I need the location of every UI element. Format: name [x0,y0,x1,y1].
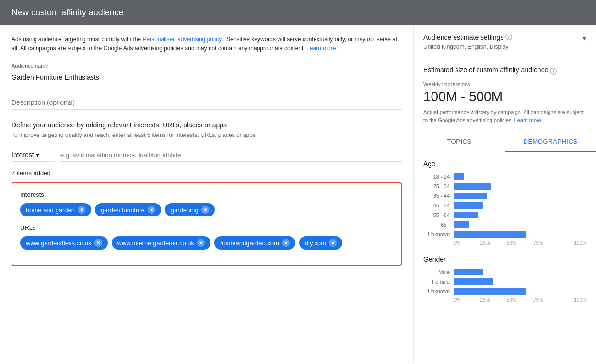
x-tick: 25% [480,240,506,246]
description-input[interactable] [12,96,402,110]
bar-label: 45 - 54 [423,203,450,208]
items-added-label: 7 items added [12,170,402,177]
remove-internetgardener-button[interactable]: ✕ [197,239,205,247]
bar-row-35-44: 35 - 44 [423,193,586,199]
notice-bar: Ads using audience targeting must comply… [12,35,402,53]
tag-label: diy.com [305,239,326,247]
estimated-title: Estimated size of custom affinity audien… [423,66,548,74]
left-panel: Ads using audience targeting must comply… [0,25,414,363]
remove-garden-furniture-button[interactable]: ✕ [148,206,155,214]
interest-row: Interest ▾ [12,148,402,162]
age-x-axis: 0% 25% 50% 75% 100% [454,240,586,246]
interests-label: Interests: [20,191,393,198]
tag-internetgardener: www.internetgardener.co.uk ✕ [112,236,210,250]
remove-homeandgarden-button[interactable]: ✕ [282,239,290,247]
x-tick: 50% [507,297,533,303]
bar-track [454,193,586,199]
settings-chevron-icon[interactable]: ▾ [582,33,586,44]
bar-fill [454,288,526,295]
tag-gardening: gardening ✕ [165,203,215,216]
tag-label: www.garden4less.co.uk [26,239,92,247]
interest-select[interactable]: Interest ▾ [12,148,55,162]
bar-track [454,202,586,209]
audience-name-input[interactable] [12,70,402,84]
interest-select-label: Interest [12,151,34,159]
bar-label: 35 - 44 [423,193,450,199]
header: New custom affinity audience [0,0,596,25]
tag-label: garden furniture [101,206,145,214]
bar-fill [454,269,483,275]
help-icon[interactable]: ⓘ [505,33,512,42]
define-subtitle: To improve targeting quality and reach, … [12,132,402,138]
remove-gardening-button[interactable]: ✕ [201,206,209,214]
urls-label: URLs [20,224,393,231]
audience-settings-sub: United Kingdom, English, Display [423,44,512,50]
bar-row-unknown-age: Unknown [423,231,586,238]
bar-fill [454,193,487,199]
bar-fill [454,183,491,190]
tab-topics[interactable]: TOPICS [414,132,505,152]
x-tick: 50% [507,240,533,246]
gender-x-axis: 0% 25% 50% 75% 100% [454,297,586,303]
tag-garden4less: www.garden4less.co.uk ✕ [20,236,108,250]
bar-row-female: Female [423,278,586,285]
bar-row-45-54: 45 - 54 [423,202,586,209]
tag-label: homeandgarden.com [220,239,279,247]
personalised-policy-link[interactable]: Personalised advertising policy [142,36,222,43]
interests-tags-row: home and garden ✕ garden furniture ✕ gar… [20,203,393,216]
tabs-row: TOPICS DEMOGRAPHICS [414,132,596,152]
remove-home-and-garden-button[interactable]: ✕ [78,206,85,214]
tag-diy: diy.com ✕ [299,236,342,250]
urls-tags-row: www.garden4less.co.uk ✕ www.internetgard… [20,236,393,250]
estimated-help-icon[interactable]: ⓘ [550,68,557,76]
tag-label: home and garden [26,206,75,214]
bar-row-male: Male [423,269,586,275]
bar-row-65plus: 65+ [423,221,586,228]
impressions-learn-more-link[interactable]: Learn more [514,117,541,123]
bar-track [454,278,586,285]
bar-track [454,212,586,218]
bar-fill [454,202,483,209]
remove-garden4less-button[interactable]: ✕ [94,239,102,247]
notice-text-before: Ads using audience targeting must comply… [12,36,142,43]
bar-row-18-24: 18 - 24 [423,173,586,180]
x-tick: 100% [560,297,586,303]
description-group [12,96,402,110]
weekly-impressions-label: Weekly impressions [423,81,586,87]
interest-input[interactable] [60,148,402,162]
bar-track [454,269,586,275]
remove-diy-button[interactable]: ✕ [329,239,337,247]
bar-fill [454,173,464,180]
tab-demographics[interactable]: DEMOGRAPHICS [505,132,596,152]
bar-label: Unknown [423,231,450,237]
bar-row-unknown-gender: Unknown [423,288,586,295]
bar-label: 25 - 34 [423,183,450,189]
impressions-value: 100M - 500M [423,89,586,104]
age-bar-chart: 18 - 24 25 - 34 35 - 44 [423,173,586,246]
gender-section-title: Gender [423,255,586,263]
impressions-note-text: Actual performance will vary by campaign… [423,109,584,123]
bar-fill [454,231,526,238]
x-tick: 0% [454,240,480,246]
x-tick: 25% [480,297,506,303]
demographics-section: Age 18 - 24 25 - 34 35 - 44 [414,152,596,320]
bar-track [454,173,586,180]
bar-row-25-34: 25 - 34 [423,183,586,190]
gender-bar-chart: Male Female Unknown [423,269,586,303]
bar-label: Female [423,279,450,284]
bar-label: 55 - 64 [423,212,450,218]
bar-fill [454,212,478,218]
bar-fill [454,221,469,228]
bar-label: 65+ [423,222,450,228]
bar-label: Male [423,269,450,275]
bar-track [454,221,586,228]
x-tick: 75% [533,240,560,246]
learn-more-link[interactable]: Learn more [306,45,336,52]
right-panel: Audience estimate settings ⓘ United King… [414,25,596,363]
audience-settings: Audience estimate settings ⓘ United King… [414,25,596,58]
audience-name-label: Audience name [12,63,402,68]
x-tick: 0% [454,297,480,303]
bar-label: 18 - 24 [423,174,450,180]
tag-label: gardening [171,206,199,214]
audience-settings-title: Audience estimate settings [423,34,503,41]
